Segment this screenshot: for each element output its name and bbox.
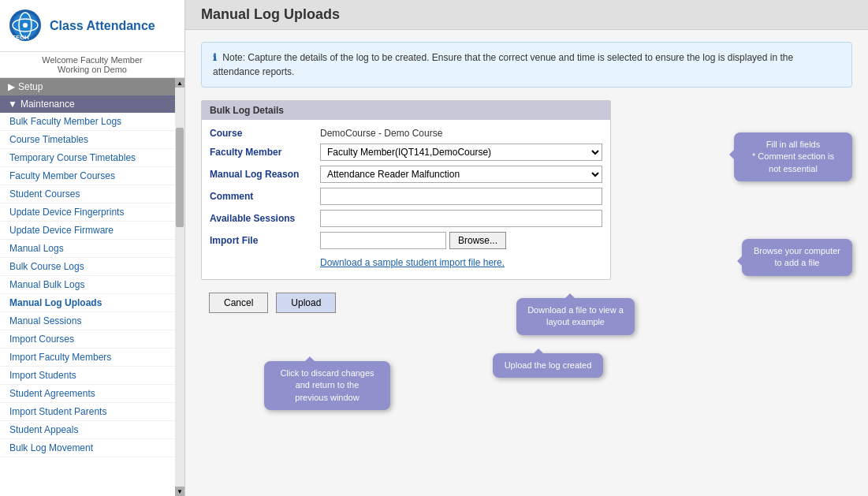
comment-input[interactable] [320, 188, 602, 205]
label-log-reason: Manual Log Reason [210, 169, 320, 180]
sidebar-item-manual-log-uploads[interactable]: Manual Log Uploads [0, 294, 175, 312]
sidebar-item-import-faculty-members[interactable]: Import Faculty Members [0, 349, 175, 367]
sidebar-item-update-device-firmware[interactable]: Update Device Firmware [0, 222, 175, 240]
page-title: Manual Log Uploads [201, 6, 852, 23]
main-header: Manual Log Uploads [185, 0, 868, 30]
import-file-row: Browse... [320, 232, 506, 249]
scroll-up-btn[interactable]: ▲ [175, 78, 184, 88]
app-title: Class Attendance [50, 18, 155, 33]
main-body: ℹ Note: Capture the details of the log t… [185, 30, 868, 496]
sidebar-item-update-device-fingerprints[interactable]: Update Device Fingerprints [0, 203, 175, 222]
form-row-log-reason: Manual Log Reason Attendance Reader Malf… [210, 166, 602, 183]
log-reason-select-wrapper: Attendance Reader Malfunction [320, 166, 602, 183]
download-link-row: Download a sample student import file he… [210, 254, 602, 271]
form-row-available-sessions: Available Sessions [210, 210, 602, 227]
sidebar-item-manual-bulk-logs[interactable]: Manual Bulk Logs [0, 276, 175, 294]
sidebar-item-student-appeals[interactable]: Student Appeals [0, 421, 175, 439]
label-course: Course [210, 128, 320, 139]
value-course: DemoCourse - Demo Course [320, 128, 602, 139]
sidebar-item-student-courses[interactable]: Student Courses [0, 185, 175, 203]
tooltip-upload: Upload the log created [493, 353, 603, 378]
label-available-sessions: Available Sessions [210, 213, 320, 224]
scroll-thumb[interactable] [176, 128, 184, 228]
tooltip-download: Download a file to view alayout example [516, 298, 635, 335]
form-row-course: Course DemoCourse - Demo Course [210, 128, 602, 139]
tooltip-cancel: Click to discard changesand return to th… [264, 361, 390, 410]
sidebar-item-student-agreements[interactable]: Student Agreements [0, 385, 175, 403]
sidebar-item-manual-sessions[interactable]: Manual Sessions [0, 312, 175, 330]
available-sessions-input[interactable] [320, 210, 602, 227]
sidebar-nav-items: Bulk Faculty Member LogsCourse Timetable… [0, 113, 175, 457]
label-import-file: Import File [210, 235, 320, 246]
sidebar-section-maintenance[interactable]: ▼ Maintenance [0, 95, 175, 113]
tooltip-browse: Browse your computerto add a file [742, 239, 852, 276]
sidebar-item-bulk-log-movement[interactable]: Bulk Log Movement [0, 439, 175, 457]
sidebar-nav: ▶ Setup ▼ Maintenance Bulk Faculty Membe… [0, 78, 175, 496]
label-comment: Comment [210, 191, 320, 202]
form-row-import-file: Import File Browse... [210, 232, 602, 249]
sidebar-item-import-students[interactable]: Import Students [0, 367, 175, 385]
label-faculty-member: Faculty Member [210, 147, 320, 158]
sidebar-item-import-courses[interactable]: Import Courses [0, 330, 175, 349]
sidebar: TECH Class Attendance Welcome Faculty Me… [0, 0, 185, 496]
log-reason-select[interactable]: Attendance Reader Malfunction [320, 166, 602, 183]
sidebar-item-temporary-course-timetables[interactable]: Temporary Course Timetables [0, 149, 175, 167]
sidebar-item-bulk-course-logs[interactable]: Bulk Course Logs [0, 258, 175, 276]
tooltip-fill-fields: Fill in all fields* Comment section isno… [734, 132, 852, 181]
browse-button[interactable]: Browse... [449, 232, 506, 249]
note-box: ℹ Note: Capture the details of the log t… [201, 42, 852, 88]
sidebar-scrollbar[interactable]: ▲ ▼ [175, 78, 184, 496]
main-content: Manual Log Uploads ℹ Note: Capture the d… [185, 0, 868, 496]
form-row-faculty-member: Faculty Member Faculty Member(IQT141,Dem… [210, 144, 602, 161]
faculty-member-select[interactable]: Faculty Member(IQT141,DemoCourse) [320, 144, 602, 161]
sidebar-welcome: Welcome Faculty Member Working on Demo [0, 52, 184, 78]
form-panel-header: Bulk Log Details [202, 101, 610, 120]
sidebar-item-course-timetables[interactable]: Course Timetables [0, 131, 175, 149]
sidebar-item-import-student-parents[interactable]: Import Student Parents [0, 403, 175, 421]
svg-point-4 [23, 23, 28, 28]
sidebar-item-bulk-faculty-member-logs[interactable]: Bulk Faculty Member Logs [0, 113, 175, 131]
import-file-input[interactable] [320, 232, 446, 249]
app-title-group: Class Attendance [50, 18, 155, 33]
chevron-down-icon: ▼ [8, 99, 17, 110]
chevron-right-icon: ▶ [8, 81, 15, 92]
svg-text:TECH: TECH [12, 34, 29, 41]
cancel-button[interactable]: Cancel [209, 293, 268, 313]
sidebar-section-setup[interactable]: ▶ Setup [0, 78, 175, 95]
scroll-down-btn[interactable]: ▼ [175, 487, 184, 496]
faculty-member-select-wrapper: Faculty Member(IQT141,DemoCourse) [320, 144, 602, 161]
download-sample-link[interactable]: Download a sample student import file he… [320, 257, 505, 268]
sidebar-header: TECH Class Attendance [0, 0, 184, 52]
sidebar-item-manual-logs[interactable]: Manual Logs [0, 240, 175, 258]
sidebar-item-faculty-member-courses[interactable]: Faculty Member Courses [0, 167, 175, 185]
app-logo: TECH [8, 8, 43, 43]
note-text: Note: Capture the details of the log to … [213, 52, 793, 77]
form-row-comment: Comment [210, 188, 602, 205]
form-body: Course DemoCourse - Demo Course Faculty … [202, 120, 610, 279]
form-panel: Bulk Log Details Course DemoCourse - Dem… [201, 100, 611, 280]
upload-button[interactable]: Upload [276, 293, 336, 313]
info-icon: ℹ [213, 52, 217, 63]
scroll-track [175, 88, 184, 487]
